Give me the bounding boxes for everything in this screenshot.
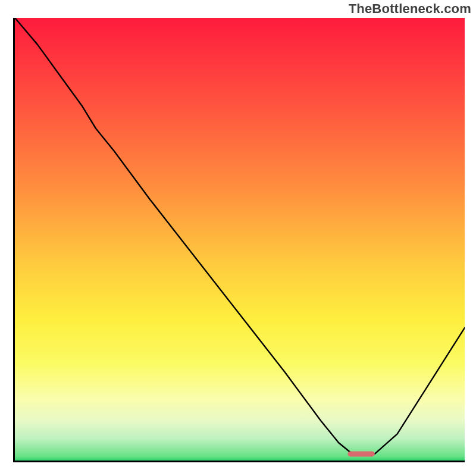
marker-layer (15, 18, 465, 461)
plot-area (13, 18, 465, 462)
watermark-text: TheBottleneck.com (349, 1, 471, 17)
chart-container: TheBottleneck.com (0, 0, 476, 476)
optimal-marker (347, 451, 374, 456)
